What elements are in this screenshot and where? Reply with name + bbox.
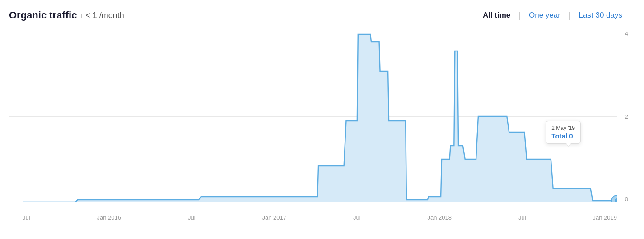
x-label-jan2019: Jan 2019 bbox=[593, 214, 617, 221]
time-filter-group: All time | One year | Last 30 days bbox=[475, 9, 630, 22]
tooltip-arrow-inner bbox=[566, 143, 571, 147]
chart-area-fill bbox=[23, 34, 617, 202]
info-icon[interactable]: i bbox=[80, 12, 82, 19]
tooltip-arrow bbox=[566, 143, 571, 147]
chart-subtitle: < 1 /month bbox=[85, 11, 124, 20]
tooltip-value: Total 0 bbox=[551, 132, 575, 140]
filter-all-time[interactable]: All time bbox=[475, 9, 518, 22]
x-label-jan2016: Jan 2016 bbox=[97, 214, 121, 221]
grid-line-bottom bbox=[9, 202, 617, 202]
x-label-jul2017: Jul bbox=[353, 214, 361, 221]
x-label-jul2018: Jul bbox=[518, 214, 526, 221]
chart-header: Organic traffic i < 1 /month All time | … bbox=[9, 9, 630, 22]
chart-tooltip: 2 May '19 Total 0 bbox=[546, 121, 581, 144]
y-label-0: 0 bbox=[625, 196, 628, 202]
y-label-2: 2 bbox=[625, 114, 628, 120]
chart-title: Organic traffic bbox=[9, 9, 77, 21]
y-label-4: 4 bbox=[625, 31, 628, 37]
x-label-jan2018: Jan 2018 bbox=[427, 214, 452, 221]
x-label-jul2016: Jul bbox=[188, 214, 196, 221]
chart-svg bbox=[23, 31, 617, 202]
chart-area: 4 2 0 2 May '19 T bbox=[9, 31, 630, 202]
y-axis: 4 2 0 bbox=[625, 31, 630, 202]
header-left: Organic traffic i < 1 /month bbox=[9, 9, 124, 21]
x-label-jul2015: Jul bbox=[23, 214, 30, 221]
filter-last-30[interactable]: Last 30 days bbox=[571, 9, 630, 22]
x-label-jan2017: Jan 2017 bbox=[262, 214, 287, 221]
page-container: Organic traffic i < 1 /month All time | … bbox=[0, 0, 644, 239]
tooltip-date: 2 May '19 bbox=[551, 125, 575, 131]
filter-one-year[interactable]: One year bbox=[521, 9, 569, 22]
x-axis: Jul Jan 2016 Jul Jan 2017 Jul Jan 2018 J… bbox=[23, 214, 617, 221]
